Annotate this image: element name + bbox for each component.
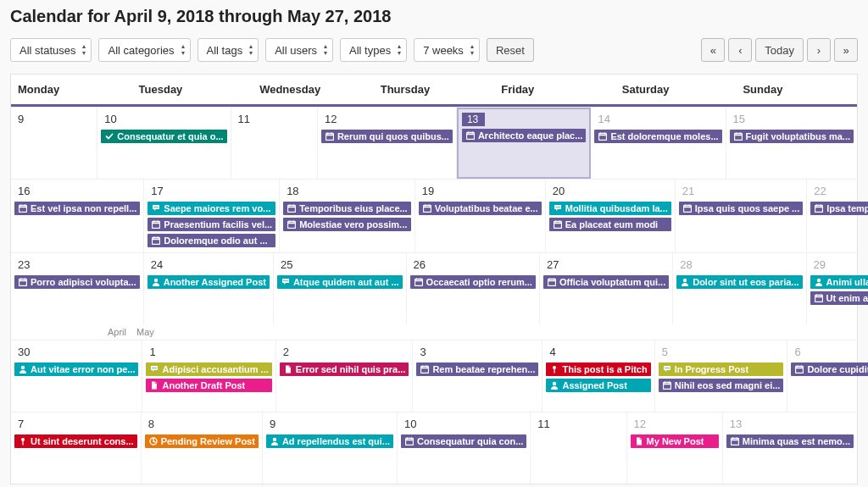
event-item[interactable]: Rem beatae reprehen... xyxy=(416,362,538,376)
event-item[interactable]: Porro adipisci volupta... xyxy=(14,275,140,289)
event-item[interactable]: Occaecati optio rerum... xyxy=(410,275,536,289)
event-item[interactable]: Est vel ipsa non repell... xyxy=(14,202,140,215)
event-item[interactable]: Voluptatibus beatae e... xyxy=(419,202,542,215)
day-cell[interactable]: 13Architecto eaque plac... xyxy=(457,108,591,179)
day-cell[interactable]: 27Officia voluptatum qui... xyxy=(540,253,673,324)
day-cell[interactable]: 9Ad repellendus est qui... xyxy=(263,412,398,484)
day-cell[interactable]: 17Saepe maiores rem vo...Praesentium fac… xyxy=(144,180,280,252)
day-number: 12 xyxy=(318,111,456,129)
event-item[interactable]: Consequatur et quia o... xyxy=(101,130,226,143)
nav-prev-button[interactable]: ‹ xyxy=(728,38,752,62)
day-cell[interactable]: 26Occaecati optio rerum... xyxy=(407,253,540,324)
filter-statuses[interactable]: All statuses ▴▾ xyxy=(10,38,92,62)
event-item[interactable]: Architecto eaque plac... xyxy=(462,129,586,142)
day-cell[interactable]: 11 xyxy=(531,412,626,484)
day-cell[interactable]: 29Animi ullam quia fugit ...Ut enim alia… xyxy=(807,253,869,324)
event-item[interactable]: Aut vitae error non pe... xyxy=(14,362,138,376)
event-item[interactable]: Error sed nihil quis pra... xyxy=(280,362,409,376)
calendar-icon xyxy=(815,294,823,302)
event-item[interactable]: Mollitia quibusdam la... xyxy=(549,202,671,215)
event-item[interactable]: Atque quidem aut aut ... xyxy=(277,275,403,289)
svg-point-88 xyxy=(553,366,556,369)
day-cell[interactable]: 15Fugit voluptatibus ma... xyxy=(726,108,857,179)
day-cell[interactable]: 5In Progress PostNihil eos sed magni ei.… xyxy=(655,340,788,412)
event-item[interactable]: Nihil eos sed magni ei... xyxy=(659,379,784,392)
day-cell[interactable]: 28Dolor sint ut eos paria... xyxy=(673,253,806,324)
event-item[interactable]: Doloremque odio aut ... xyxy=(147,234,275,247)
event-label: Another Assigned Post xyxy=(164,277,266,287)
event-item[interactable]: Fugit voluptatibus ma... xyxy=(730,130,854,143)
filter-tags[interactable]: All tags ▴▾ xyxy=(198,38,259,62)
user-icon xyxy=(550,381,559,390)
day-cell[interactable]: 10Consequatur quia con... xyxy=(398,412,531,484)
event-item[interactable]: Rerum qui quos quibus... xyxy=(321,130,453,143)
day-cell[interactable]: 12Rerum qui quos quibus... xyxy=(318,108,457,179)
event-list: Saepe maiores rem vo...Praesentium facil… xyxy=(144,201,279,247)
event-item[interactable]: Animi ullam quia fugit ... xyxy=(810,275,869,289)
event-item[interactable]: Temporibus eius place... xyxy=(283,202,411,215)
event-item[interactable]: Pending Review Post xyxy=(145,434,259,448)
day-cell[interactable]: 6Dolore cupiditate mini... xyxy=(787,340,868,412)
svg-point-62 xyxy=(154,279,158,282)
filter-types[interactable]: All types ▴▾ xyxy=(340,38,407,62)
event-item[interactable]: Adipisci accusantium ... xyxy=(146,362,271,376)
event-item[interactable]: Ea placeat eum modi xyxy=(549,218,671,231)
event-item[interactable]: This post is a Pitch xyxy=(546,362,650,376)
day-cell[interactable]: 18Temporibus eius place...Molestiae vero… xyxy=(280,180,415,252)
day-cell[interactable]: 16Est vel ipsa non repell... xyxy=(11,180,144,252)
event-item[interactable]: Dolor sint ut eos paria... xyxy=(676,275,802,289)
nav-today-button[interactable]: Today xyxy=(755,38,804,62)
svg-point-65 xyxy=(287,280,287,281)
reset-button[interactable]: Reset xyxy=(487,38,534,62)
day-cell[interactable]: 12My New Post xyxy=(627,412,723,484)
event-item[interactable]: Ad repellendus est qui... xyxy=(266,434,393,448)
day-cell[interactable]: 14Est doloremque moles... xyxy=(591,108,726,179)
event-item[interactable]: Ipsa tempora quia et xyxy=(810,202,868,215)
event-item[interactable]: Dolore cupiditate mini... xyxy=(791,362,868,376)
day-cell[interactable]: 23Porro adipisci volupta... xyxy=(11,253,144,324)
day-cell[interactable]: 21Ipsa quis quos saepe ... xyxy=(676,180,807,252)
day-cell[interactable]: 7Ut sint deserunt cons... xyxy=(11,412,142,484)
day-cell[interactable]: 30Aut vitae error non pe... xyxy=(11,340,142,412)
event-item[interactable]: Ut enim alias expedita... xyxy=(810,291,869,305)
event-item[interactable]: Est doloremque moles... xyxy=(594,130,721,143)
day-cell[interactable]: 11 xyxy=(231,108,318,179)
event-item[interactable]: Assigned Post xyxy=(546,379,650,392)
event-label: Adipisci accusantium ... xyxy=(162,364,268,374)
event-item[interactable]: Ipsa quis quos saepe ... xyxy=(679,202,803,215)
day-cell[interactable]: 20Mollitia quibusdam la...Ea placeat eum… xyxy=(546,180,676,252)
day-cell[interactable]: 1Adipisci accusantium ...Another Draft P… xyxy=(142,340,275,412)
event-item[interactable]: Molestiae vero possim... xyxy=(283,218,411,231)
file-icon xyxy=(635,437,643,445)
event-list: Fugit voluptatibus ma... xyxy=(726,129,857,143)
filter-users[interactable]: All users ▴▾ xyxy=(265,38,333,62)
week-row: 7Ut sint deserunt cons...8Pending Review… xyxy=(11,412,857,484)
day-cell[interactable]: 9 xyxy=(11,108,97,179)
event-item[interactable]: Ut sint deserunt cons... xyxy=(14,434,137,448)
event-item[interactable]: Another Assigned Post xyxy=(147,275,270,289)
nav-last-button[interactable]: » xyxy=(834,38,858,62)
day-cell[interactable]: 25Atque quidem aut aut ... xyxy=(274,253,407,324)
day-cell[interactable]: 8Pending Review Post xyxy=(142,412,263,484)
event-item[interactable]: Minima quas est nemo... xyxy=(726,434,854,448)
event-item[interactable]: My New Post xyxy=(631,434,719,448)
filter-weeks[interactable]: 7 weeks ▴▾ xyxy=(414,38,480,62)
nav-next-button[interactable]: › xyxy=(807,38,831,62)
event-item[interactable]: Saepe maiores rem vo... xyxy=(147,202,275,215)
event-item[interactable]: Praesentium facilis vel... xyxy=(147,218,275,231)
day-cell[interactable]: 13Minima quas est nemo... xyxy=(723,412,857,484)
filter-categories[interactable]: All categories ▴▾ xyxy=(98,38,190,62)
day-cell[interactable]: 3Rem beatae reprehen... xyxy=(413,340,542,412)
event-item[interactable]: Another Draft Post xyxy=(146,379,271,392)
day-cell[interactable]: 2Error sed nihil quis pra... xyxy=(276,340,414,412)
day-cell[interactable]: 10Consequatur et quia o... xyxy=(97,108,231,179)
day-cell[interactable]: 22Ipsa tempora quia et xyxy=(807,180,868,252)
nav-first-button[interactable]: « xyxy=(701,38,725,62)
chat-icon xyxy=(554,204,562,213)
event-item[interactable]: Officia voluptatum qui... xyxy=(543,275,669,289)
event-item[interactable]: Consequatur quia con... xyxy=(401,434,526,448)
day-cell[interactable]: 4This post is a PitchAssigned Post xyxy=(542,340,654,412)
day-cell[interactable]: 24Another Assigned Post xyxy=(144,253,274,324)
day-cell[interactable]: 19Voluptatibus beatae e... xyxy=(415,180,546,252)
event-item[interactable]: In Progress Post xyxy=(659,362,784,376)
